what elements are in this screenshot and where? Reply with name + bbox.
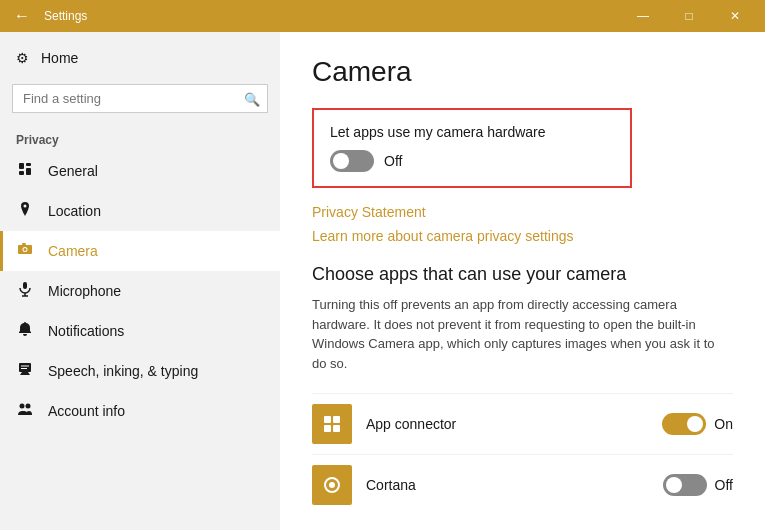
toggle-thumb	[333, 153, 349, 169]
camera-toggle[interactable]	[330, 150, 374, 172]
cortana-toggle-thumb	[666, 477, 682, 493]
svg-point-21	[329, 482, 335, 488]
location-icon	[16, 201, 34, 221]
cortana-toggle-area: Off	[663, 474, 733, 496]
svg-rect-3	[26, 168, 31, 175]
svg-rect-2	[19, 171, 24, 175]
home-label: Home	[41, 50, 78, 66]
svg-rect-1	[26, 163, 31, 166]
notifications-icon	[16, 321, 34, 341]
minimize-icon: —	[637, 9, 649, 23]
section-description: Turning this off prevents an app from di…	[312, 295, 732, 373]
svg-rect-19	[333, 425, 340, 432]
right-panel: Camera Let apps use my camera hardware O…	[280, 32, 765, 530]
page-title: Camera	[312, 56, 733, 88]
sidebar-item-speech[interactable]: Speech, inking, & typing	[0, 351, 280, 391]
svg-rect-7	[22, 243, 26, 245]
back-button[interactable]: ←	[8, 2, 36, 30]
app-connector-status: On	[714, 416, 733, 432]
close-icon: ✕	[730, 9, 740, 23]
cortana-name: Cortana	[366, 477, 649, 493]
app-connector-toggle-area: On	[662, 413, 733, 435]
sidebar-label-general: General	[48, 163, 98, 179]
sidebar-item-location[interactable]: Location	[0, 191, 280, 231]
app-row-connector: App connector On	[312, 393, 733, 454]
app-connector-toggle-track	[662, 413, 706, 435]
camera-toggle-status: Off	[384, 153, 402, 169]
speech-icon	[16, 361, 34, 381]
svg-point-6	[24, 248, 27, 251]
title-bar: ← Settings — □ ✕	[0, 0, 765, 32]
maximize-icon: □	[685, 9, 692, 23]
learn-more-link[interactable]: Learn more about camera privacy settings	[312, 228, 733, 244]
svg-rect-8	[23, 282, 27, 289]
sidebar-label-notifications: Notifications	[48, 323, 124, 339]
sidebar-section-privacy: Privacy	[0, 121, 280, 151]
search-icon: 🔍	[244, 91, 260, 106]
svg-point-15	[26, 404, 31, 409]
app-connector-toggle-thumb	[687, 416, 703, 432]
sidebar-item-home[interactable]: ⚙ Home	[0, 40, 280, 76]
main-content: ⚙ Home 🔍 Privacy General	[0, 32, 765, 530]
cortana-toggle-track	[663, 474, 707, 496]
privacy-statement-link[interactable]: Privacy Statement	[312, 204, 733, 220]
sidebar-label-speech: Speech, inking, & typing	[48, 363, 198, 379]
sidebar-item-microphone[interactable]: Microphone	[0, 271, 280, 311]
camera-toggle-box: Let apps use my camera hardware Off	[312, 108, 632, 188]
toggle-row: Off	[330, 150, 614, 172]
search-container: 🔍	[12, 84, 268, 113]
window-controls: — □ ✕	[621, 0, 757, 32]
maximize-button[interactable]: □	[667, 0, 711, 32]
microphone-icon	[16, 281, 34, 301]
svg-rect-0	[19, 163, 24, 169]
sidebar-item-camera[interactable]: Camera	[0, 231, 280, 271]
app-connector-name: App connector	[366, 416, 648, 432]
svg-rect-16	[324, 416, 331, 423]
apps-section-title: Choose apps that can use your camera	[312, 264, 733, 285]
app-connector-icon	[312, 404, 352, 444]
sidebar: ⚙ Home 🔍 Privacy General	[0, 32, 280, 530]
close-button[interactable]: ✕	[713, 0, 757, 32]
back-icon: ←	[14, 7, 30, 25]
toggle-track	[330, 150, 374, 172]
home-icon: ⚙	[16, 50, 29, 66]
search-input[interactable]	[12, 84, 268, 113]
svg-rect-11	[19, 363, 31, 372]
svg-rect-17	[333, 416, 340, 423]
sidebar-item-notifications[interactable]: Notifications	[0, 311, 280, 351]
sidebar-label-camera: Camera	[48, 243, 98, 259]
window-title: Settings	[44, 9, 621, 23]
sidebar-label-location: Location	[48, 203, 101, 219]
camera-icon	[16, 241, 34, 261]
general-icon	[16, 161, 34, 181]
svg-rect-18	[324, 425, 331, 432]
cortana-icon	[312, 465, 352, 505]
cortana-status: Off	[715, 477, 733, 493]
app-row-cortana: Cortana Off	[312, 454, 733, 515]
sidebar-label-account: Account info	[48, 403, 125, 419]
camera-toggle-label: Let apps use my camera hardware	[330, 124, 614, 140]
sidebar-item-account[interactable]: Account info	[0, 391, 280, 431]
app-connector-toggle[interactable]	[662, 413, 706, 435]
sidebar-item-general[interactable]: General	[0, 151, 280, 191]
cortana-toggle[interactable]	[663, 474, 707, 496]
svg-point-14	[20, 404, 25, 409]
sidebar-label-microphone: Microphone	[48, 283, 121, 299]
account-icon	[16, 401, 34, 421]
minimize-button[interactable]: —	[621, 0, 665, 32]
